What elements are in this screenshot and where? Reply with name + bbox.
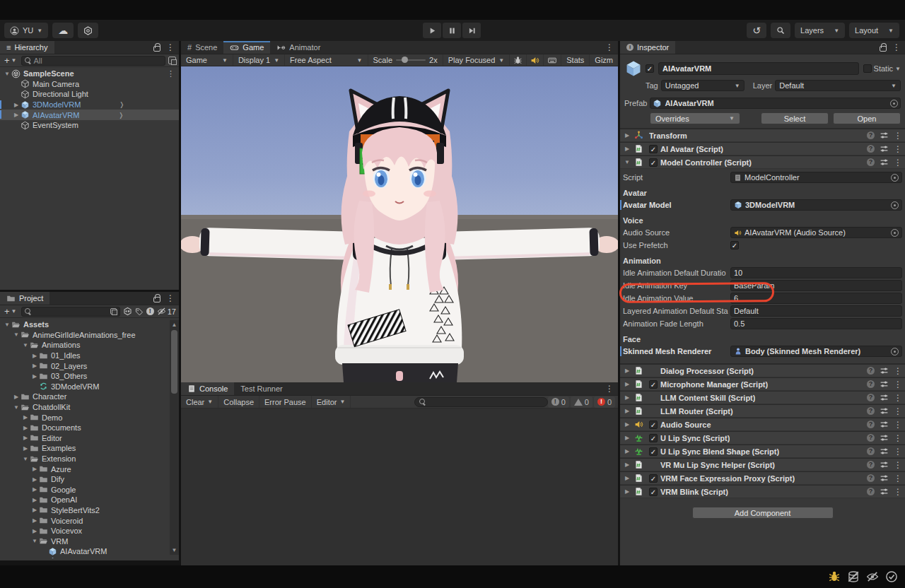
presets-icon[interactable] xyxy=(880,131,889,140)
kebab-menu-icon[interactable]: ⋮ xyxy=(167,69,175,78)
object-picker-icon[interactable] xyxy=(891,348,899,355)
hierarchy-item[interactable]: Main Camera ⋮ xyxy=(0,79,179,90)
kebab-menu-icon[interactable]: ⋮ xyxy=(605,384,614,394)
layers-dropdown[interactable]: Layers▼ xyxy=(795,23,845,38)
project-item[interactable]: ▶ Azure xyxy=(0,464,179,474)
hierarchy-item[interactable]: EventSystem ⋮ xyxy=(0,120,179,131)
component-ai-avatar[interactable]: ▶ ✓ AI Avatar (Script) ? ⋮ xyxy=(620,142,905,155)
presets-icon[interactable] xyxy=(880,380,889,389)
scale-control[interactable]: Scale 2x xyxy=(368,54,443,66)
foldout-arrow[interactable]: ▶ xyxy=(30,466,39,472)
settings-button[interactable] xyxy=(78,23,98,38)
background-tasks-icon[interactable] xyxy=(885,570,898,583)
hidden-packages-toggle[interactable]: 17 xyxy=(157,307,176,316)
foldout-arrow[interactable]: ▶ xyxy=(30,486,39,493)
object-picker-icon[interactable] xyxy=(891,174,899,182)
foldout-arrow[interactable]: ▶ xyxy=(21,445,30,452)
enabled-checkbox[interactable]: ✓ xyxy=(649,447,658,456)
project-search-input[interactable] xyxy=(21,307,120,317)
kebab-menu-icon[interactable]: ⋮ xyxy=(894,447,902,457)
open-in-search-icon[interactable] xyxy=(110,308,117,314)
help-icon[interactable]: ? xyxy=(867,367,875,375)
foldout-arrow[interactable]: ▶ xyxy=(12,102,21,108)
foldout-arrow[interactable]: ▶ xyxy=(623,394,631,401)
component-row[interactable]: ▶ LLM Router (Script) ? ⋮ xyxy=(620,404,905,418)
component-row[interactable]: ▶ ✓ Audio Source ? ⋮ xyxy=(620,418,905,431)
help-icon[interactable]: ? xyxy=(867,407,875,415)
help-icon[interactable]: ? xyxy=(867,131,875,139)
project-item[interactable]: ▶ Dify xyxy=(0,474,179,485)
editor-dropdown[interactable]: Editor▼ xyxy=(312,396,351,408)
presets-icon[interactable] xyxy=(880,460,889,469)
display-dropdown[interactable]: Display 1▼ xyxy=(233,54,285,66)
foldout-arrow[interactable]: ▶ xyxy=(30,363,39,369)
foldout-arrow[interactable]: ▶ xyxy=(30,497,39,503)
layer-dropdown[interactable]: Default▼ xyxy=(775,80,901,91)
console-search-input[interactable] xyxy=(414,397,547,407)
project-item[interactable]: ▼ Extension xyxy=(0,454,179,464)
kebab-menu-icon[interactable]: ⋮ xyxy=(894,158,902,167)
foldout-arrow[interactable]: ▶ xyxy=(12,394,21,400)
enabled-checkbox[interactable]: ✓ xyxy=(649,474,658,483)
foldout-arrow[interactable]: ▶ xyxy=(623,146,631,152)
project-item[interactable]: ▼ AnimeGirlIdleAnimations_free xyxy=(0,330,179,341)
tab-test-runner[interactable]: Test Runner xyxy=(234,382,288,395)
tab-project[interactable]: Project xyxy=(0,292,49,305)
foldout-arrow[interactable]: ▼ xyxy=(3,71,11,77)
debugger-attached-icon[interactable] xyxy=(828,570,841,583)
open-button[interactable]: Open xyxy=(833,112,901,124)
audio-source-field[interactable]: AIAvatarVRM (Audio Source) xyxy=(730,227,902,238)
component-row[interactable]: ▶ ✓ VRM Face Expression Proxy (Script) ?… xyxy=(620,471,905,485)
project-item[interactable]: AIAvatarVRM xyxy=(0,546,179,557)
project-item[interactable]: ▼ Animations xyxy=(0,340,179,351)
foldout-arrow[interactable]: ▼ xyxy=(12,331,21,338)
name-field[interactable]: AIAvatarVRM xyxy=(658,62,859,75)
help-icon[interactable]: ? xyxy=(867,421,875,428)
aspect-dropdown[interactable]: Free Aspect▼ xyxy=(285,54,368,66)
component-row[interactable]: ▶ LLM Content Skill (Script) ? ⋮ xyxy=(620,391,905,404)
tag-dropdown[interactable]: Untagged▼ xyxy=(661,80,745,91)
scrollbar-thumb[interactable] xyxy=(171,330,177,394)
project-item[interactable]: ▶ Google xyxy=(0,485,179,495)
help-icon[interactable]: ? xyxy=(867,380,875,388)
add-asset-button[interactable]: +▼ xyxy=(3,308,18,315)
auto-refresh-disabled-icon[interactable] xyxy=(866,570,879,583)
tab-game[interactable]: Game xyxy=(223,41,270,54)
prefab-chevron-icon[interactable]: ❭ xyxy=(118,112,124,119)
active-checkbox[interactable]: ✓ xyxy=(646,64,654,73)
warning-filter-toggle[interactable]: 0 xyxy=(571,396,592,408)
foldout-arrow[interactable]: ▶ xyxy=(30,373,39,380)
project-item[interactable]: ▶ Documents xyxy=(0,423,179,433)
pause-button[interactable] xyxy=(443,23,461,38)
gizmos-dropdown[interactable]: Gizm xyxy=(590,54,618,66)
vsync-toggle[interactable] xyxy=(544,54,561,66)
lock-icon[interactable] xyxy=(880,46,887,52)
tab-console[interactable]: Console xyxy=(181,382,234,395)
presets-icon[interactable] xyxy=(880,420,889,429)
search-by-bookmark-icon[interactable]: ! xyxy=(146,307,154,315)
debug-toggle[interactable] xyxy=(510,54,527,66)
prefab-chevron-icon[interactable]: ❭ xyxy=(119,101,124,108)
cloud-button[interactable]: ☁ xyxy=(52,23,74,38)
foldout-arrow[interactable]: ▶ xyxy=(12,112,21,118)
foldout-arrow[interactable]: ▶ xyxy=(623,475,631,481)
project-item[interactable]: 3DModelVRM xyxy=(0,382,179,392)
project-item[interactable]: ▶ Voicevox xyxy=(0,526,179,536)
project-scrollbar[interactable]: ▲ ▼ xyxy=(170,320,179,555)
hierarchy-item[interactable]: ▶ AIAvatarVRM ❭ ⋮ xyxy=(0,110,179,120)
foldout-arrow[interactable]: ▶ xyxy=(21,425,30,431)
kebab-menu-icon[interactable]: ⋮ xyxy=(894,366,902,376)
error-pause-toggle[interactable]: Error Pause xyxy=(259,396,312,408)
component-row[interactable]: ▶ ✓ U Lip Sync (Script) ? ⋮ xyxy=(620,431,905,445)
layout-dropdown[interactable]: Layout▼ xyxy=(849,23,899,38)
collapse-toggle[interactable]: Collapse xyxy=(218,396,259,408)
foldout-arrow[interactable]: ▶ xyxy=(623,408,631,414)
presets-icon[interactable] xyxy=(880,158,889,167)
undo-history-button[interactable]: ↺ xyxy=(747,23,766,38)
help-icon[interactable]: ? xyxy=(867,447,875,455)
foldout-arrow[interactable]: ▼ xyxy=(21,342,30,348)
presets-icon[interactable] xyxy=(880,144,889,153)
foldout-arrow[interactable]: ▶ xyxy=(30,476,39,483)
kebab-menu-icon[interactable]: ⋮ xyxy=(605,42,614,52)
foldout-arrow[interactable]: ▼ xyxy=(623,159,631,165)
